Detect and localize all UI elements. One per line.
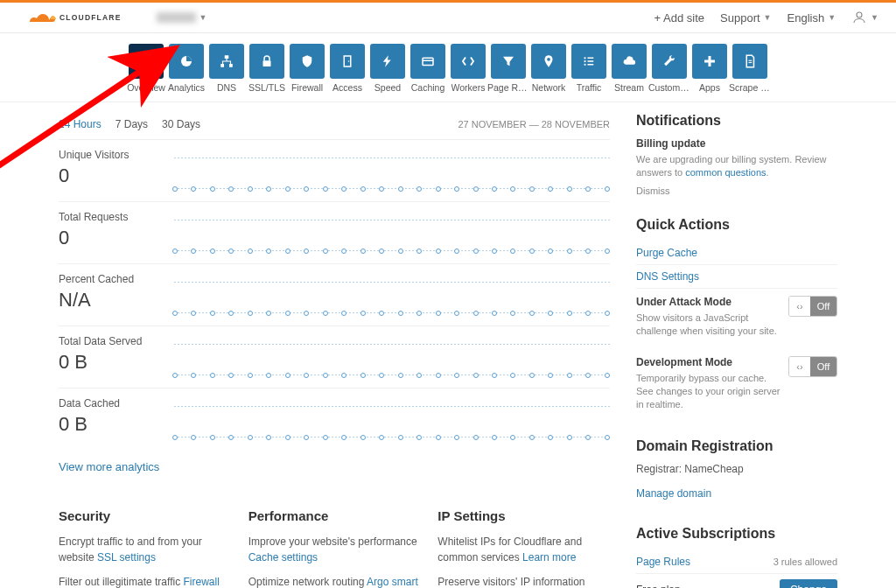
stat-sparkline — [172, 276, 610, 313]
data-point — [548, 186, 553, 192]
nav-tab-pagerules[interactable]: Page Rules — [490, 44, 527, 93]
data-point — [285, 311, 290, 316]
nav-tab-ssltls[interactable]: SSL/TLS — [248, 44, 285, 93]
nav-label: Caching — [411, 82, 445, 93]
cache-settings-link[interactable]: Cache settings — [248, 551, 318, 564]
data-point — [436, 248, 441, 254]
data-point — [492, 311, 497, 316]
nav-label: Firewall — [291, 82, 323, 93]
stat-value: 0 — [59, 227, 172, 249]
stat-sparkline — [172, 152, 610, 189]
svg-rect-2 — [144, 55, 149, 58]
nav-tab-workers[interactable]: Workers — [450, 44, 486, 93]
common-questions-link[interactable]: common questions — [685, 167, 766, 178]
data-point — [398, 311, 403, 316]
account-menu[interactable]: ▼ — [851, 10, 878, 25]
nav-tab-speed[interactable]: Speed — [369, 44, 406, 93]
nav-tab-dns[interactable]: DNS — [208, 44, 245, 93]
data-point — [398, 435, 403, 440]
support-menu[interactable]: Support▼ — [720, 11, 771, 24]
nav-tab-custompa[interactable]: Custom Pa... — [651, 44, 688, 93]
toggle-off-label: Off — [810, 357, 836, 376]
bracket-icon — [451, 44, 486, 79]
clipboard-icon — [129, 44, 164, 79]
stat-label: Data Cached — [59, 397, 172, 410]
security-p1: Encrypt traffic to and from your website… — [59, 534, 231, 565]
performance-p1: Improve your website's performance Cache… — [248, 534, 421, 565]
data-point — [492, 373, 497, 378]
stat-label: Total Requests — [59, 211, 172, 223]
nav-tab-stream[interactable]: Stream — [611, 44, 648, 93]
nav-tab-access[interactable]: Access — [329, 44, 366, 93]
data-point — [266, 435, 271, 440]
user-icon — [851, 10, 867, 25]
manage-domain-link[interactable]: Manage domain — [636, 482, 837, 505]
view-more-analytics-link[interactable]: View more analytics — [59, 460, 610, 473]
time-7d[interactable]: 7 Days — [116, 118, 148, 130]
data-point — [172, 248, 178, 254]
time-30d[interactable]: 30 Days — [162, 118, 200, 130]
data-point — [323, 248, 328, 254]
add-site-button[interactable]: + Add site — [654, 11, 704, 24]
rules-allowed: 3 rules allowed — [774, 556, 837, 567]
change-plan-button[interactable]: Change — [780, 579, 837, 588]
ssl-settings-link[interactable]: SSL settings — [97, 551, 156, 564]
under-attack-toggle[interactable]: ‹›Off — [788, 296, 837, 317]
svg-rect-12 — [423, 58, 433, 65]
svg-point-11 — [348, 60, 350, 62]
data-point — [454, 373, 459, 378]
nav-tab-analytics[interactable]: Analytics — [168, 44, 205, 93]
nav-tab-overview[interactable]: Overview — [128, 44, 164, 93]
shield-icon — [290, 44, 325, 79]
data-point — [585, 248, 591, 254]
data-point — [548, 373, 553, 378]
data-point — [248, 311, 253, 316]
dev-mode-toggle[interactable]: ‹›Off — [788, 356, 837, 377]
data-point — [285, 373, 290, 378]
data-point — [473, 373, 479, 378]
nav-label: Workers — [452, 82, 486, 93]
notifications-title: Notifications — [636, 113, 837, 129]
data-point — [341, 435, 346, 440]
domain-name-blurred — [157, 12, 196, 23]
nav-tab-firewall[interactable]: Firewall — [289, 44, 326, 93]
data-point — [323, 186, 328, 192]
data-point — [228, 373, 234, 378]
billing-update-text: We are upgrading our billing system. Rev… — [636, 153, 837, 180]
nav-tab-scrapeshi[interactable]: Scrape Shi... — [732, 44, 768, 93]
domain-registration-title: Domain Registration — [636, 438, 837, 454]
purge-cache-link[interactable]: Purge Cache — [636, 242, 837, 264]
data-point — [473, 435, 479, 440]
data-point — [323, 373, 328, 378]
chevron-down-icon: ▼ — [200, 13, 207, 22]
nav-tab-traffic[interactable]: Traffic — [570, 44, 607, 93]
dismiss-link[interactable]: Dismiss — [636, 186, 837, 196]
nav-tab-network[interactable]: Network — [530, 44, 567, 93]
ip-learn-more-1[interactable]: Learn more — [522, 551, 576, 564]
data-point — [398, 186, 403, 192]
nav-label: Analytics — [168, 82, 205, 93]
data-point — [248, 248, 253, 254]
time-24h[interactable]: 24 Hours — [59, 118, 102, 130]
data-point — [605, 373, 610, 378]
top-right-nav: + Add site Support▼ English▼ ▼ — [654, 10, 878, 25]
svg-point-16 — [584, 60, 585, 62]
language-menu[interactable]: English▼ — [788, 11, 836, 24]
data-point — [548, 248, 553, 254]
stat-label: Unique Visitors — [59, 149, 172, 161]
logo[interactable] — [18, 8, 61, 27]
data-point — [341, 248, 346, 254]
nav-label: Traffic — [577, 82, 602, 93]
domain-selector[interactable]: ▼ — [157, 12, 207, 23]
stat-row: Percent Cached N/A — [59, 263, 610, 326]
stat-row: Unique Visitors 0 — [59, 139, 610, 201]
nav-tab-caching[interactable]: Caching — [410, 44, 446, 93]
performance-col: Performance Improve your website's perfo… — [248, 508, 421, 588]
page-rules-link[interactable]: Page Rules — [636, 556, 690, 568]
nav-tabs: OverviewAnalyticsDNSSSL/TLSFirewallAcces… — [0, 33, 896, 98]
nav-tab-apps[interactable]: Apps — [691, 44, 728, 93]
dns-settings-link[interactable]: DNS Settings — [636, 264, 837, 288]
svg-point-15 — [584, 57, 585, 59]
nav-label: Scrape Shi... — [729, 82, 771, 93]
data-point — [304, 311, 309, 316]
